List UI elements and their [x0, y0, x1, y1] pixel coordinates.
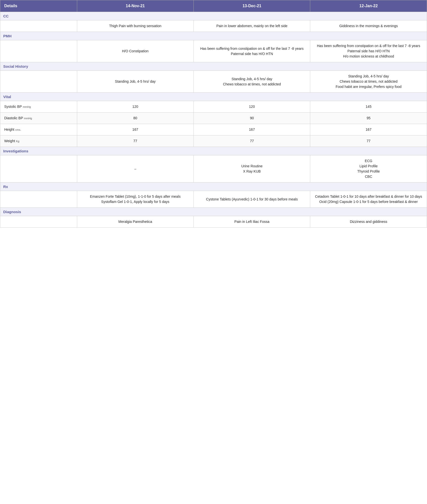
pmh-col3: Has been suffering from constipation on … [194, 40, 310, 62]
section-diagnosis: Diagnosis [0, 208, 427, 216]
cc-data-row: Thigh Pain with burning sensation Pain i… [0, 20, 427, 32]
vital-weight-sub: Kg [16, 140, 19, 143]
section-vital: Vital [0, 93, 427, 101]
vital-diastolic-main: Diastolic BP [4, 116, 23, 120]
cc-col4: Giddiness in the mornings & evenings [310, 20, 427, 32]
vital-row-diastolic: Diastolic BP mmHg 80 90 95 [0, 113, 427, 124]
vital-systolic-col3: 120 [194, 101, 310, 113]
pmh-col1 [0, 40, 77, 62]
vital-height-sub: cms. [15, 128, 21, 131]
vital-row-weight: Weight Kg 77 77 77 [0, 135, 427, 147]
section-diagnosis-label: Diagnosis [0, 208, 427, 216]
header-date1: 14-Nov-21 [77, 0, 193, 12]
vital-height-label: Height cms. [0, 124, 77, 135]
inv-col3: Urine Routine X Ray KUB [194, 155, 310, 183]
sh-col2: Standing Job, 4-5 hrs/ day [77, 71, 193, 93]
social-history-data-row: Standing Job, 4-5 hrs/ day Standing Job,… [0, 71, 427, 93]
vital-weight-main: Weight [4, 139, 15, 143]
vital-weight-col3: 77 [194, 135, 310, 147]
rx-col4: Cetadom Tablet 1-0-1 for 10 days after b… [310, 191, 427, 208]
vital-diastolic-col2: 80 [77, 113, 193, 124]
section-cc: CC [0, 12, 427, 20]
rx-data-row: Emanzen Forte Tablet (10mg), 1-1-0 for 5… [0, 191, 427, 208]
diag-col1 [0, 216, 77, 228]
section-investigations: Investigations [0, 147, 427, 155]
vital-diastolic-col4: 95 [310, 113, 427, 124]
cc-col1 [0, 20, 77, 32]
diagnosis-data-row: Meralgia Paresthetica Pain in Left Iliac… [0, 216, 427, 228]
rx-col2: Emanzen Forte Tablet (10mg), 1-1-0 for 5… [77, 191, 193, 208]
section-pmh: PMH [0, 32, 427, 40]
vital-row-systolic: Systolic BP mmHg 120 120 145 [0, 101, 427, 113]
section-social-history: Social History [0, 62, 427, 71]
cc-col3: Pain in lower abdomen, mainly on the lef… [194, 20, 310, 32]
rx-col3: Cystone Tablets (Ayurvedic) 1-0-1 for 30… [194, 191, 310, 208]
vital-diastolic-col3: 90 [194, 113, 310, 124]
section-social-history-label: Social History [0, 62, 427, 71]
inv-col1 [0, 155, 77, 183]
vital-row-height: Height cms. 167 167 167 [0, 124, 427, 135]
diag-col2: Meralgia Paresthetica [77, 216, 193, 228]
vital-systolic-col4: 145 [310, 101, 427, 113]
diag-col3: Pain in Left Iliac Fossa [194, 216, 310, 228]
vital-systolic-label: Systolic BP mmHg [0, 101, 77, 113]
section-investigations-label: Investigations [0, 147, 427, 155]
section-vital-label: Vital [0, 93, 427, 101]
vital-weight-col2: 77 [77, 135, 193, 147]
vital-systolic-main: Systolic BP [4, 105, 22, 109]
section-pmh-label: PMH [0, 32, 427, 40]
inv-col2: – [77, 155, 193, 183]
vital-weight-col4: 77 [310, 135, 427, 147]
section-cc-label: CC [0, 12, 427, 20]
inv-col4: ECG Lipid Profile Thyroid Profile CBC [310, 155, 427, 183]
vital-weight-label: Weight Kg [0, 135, 77, 147]
sh-col3: Standing Job, 4-5 hrs/ day Chews tobacco… [194, 71, 310, 93]
vital-systolic-sub: mmHg [23, 105, 31, 108]
vital-systolic-col2: 120 [77, 101, 193, 113]
header-details: Details [0, 0, 77, 12]
investigations-data-row: – Urine Routine X Ray KUB ECG Lipid Prof… [0, 155, 427, 183]
header-date2: 13-Dec-21 [194, 0, 310, 12]
pmh-data-row: H/O Constipation Has been suffering from… [0, 40, 427, 62]
vital-diastolic-label: Diastolic BP mmHg [0, 113, 77, 124]
vital-height-col2: 167 [77, 124, 193, 135]
vital-diastolic-sub: mmHg [24, 117, 32, 120]
section-rx-label: Rx [0, 183, 427, 191]
vital-height-main: Height [4, 127, 14, 131]
table-header: Details 14-Nov-21 13-Dec-21 12-Jan-22 [0, 0, 427, 12]
pmh-col4: Has been suffering from constipation on … [310, 40, 427, 62]
rx-col1 [0, 191, 77, 208]
vital-height-col3: 167 [194, 124, 310, 135]
cc-col2: Thigh Pain with burning sensation [77, 20, 193, 32]
pmh-col2: H/O Constipation [77, 40, 193, 62]
header-date3: 12-Jan-22 [310, 0, 427, 12]
diag-col4: Dizziness and giddiness [310, 216, 427, 228]
sh-col4: Standing Job, 4-5 hrs/ day Chews tobacco… [310, 71, 427, 93]
vital-height-col4: 167 [310, 124, 427, 135]
section-rx: Rx [0, 183, 427, 191]
sh-col1 [0, 71, 77, 93]
